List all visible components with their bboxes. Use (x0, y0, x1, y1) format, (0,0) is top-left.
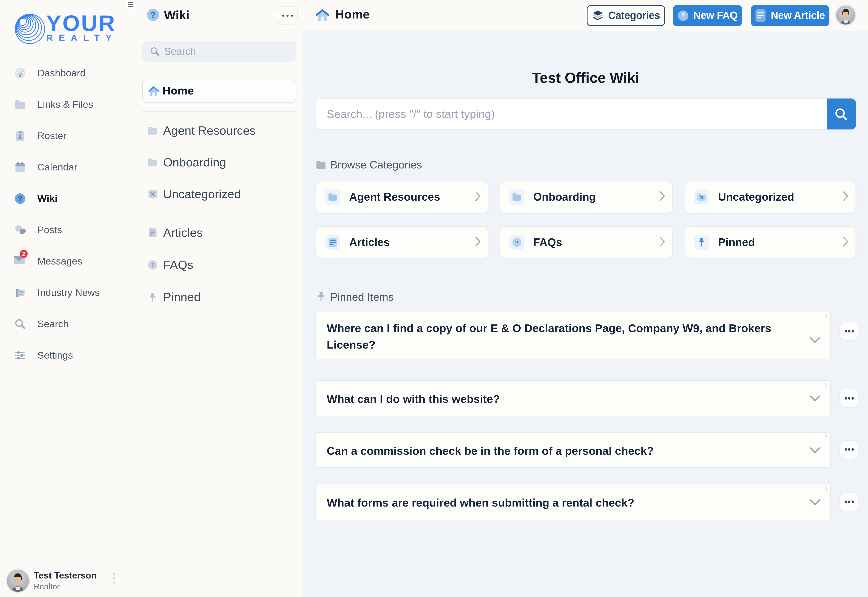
svg-text:?: ? (18, 195, 22, 202)
svg-text:?: ? (515, 240, 518, 246)
svg-text:2: 2 (22, 251, 25, 257)
svg-text:?: ? (151, 262, 154, 268)
svg-text:?: ? (681, 12, 685, 19)
